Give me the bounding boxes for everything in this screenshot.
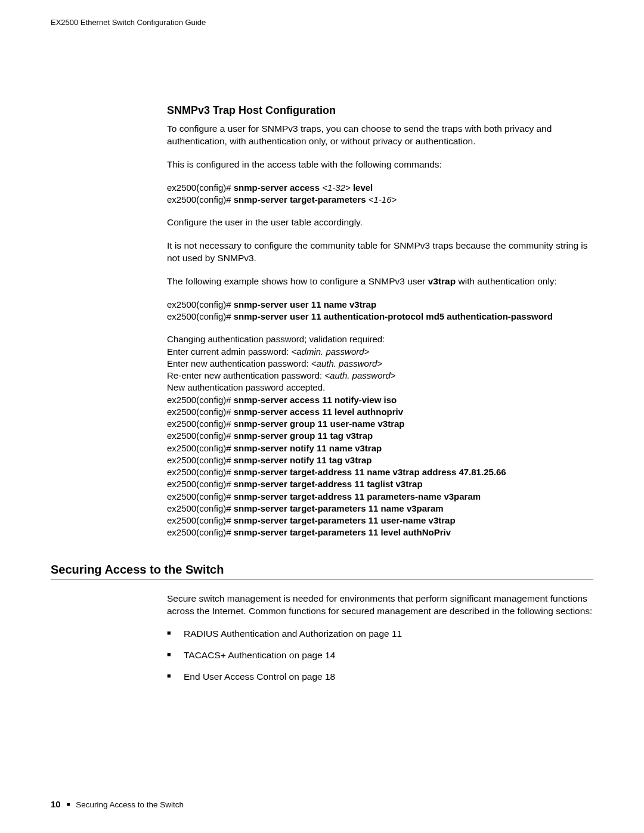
section-body: Secure switch management is needed for e…	[167, 593, 593, 682]
prompt: ex2500(config)#	[167, 491, 234, 501]
command-text: snmp-server group 11 user-name v3trap	[234, 419, 405, 429]
prompt: ex2500(config)#	[167, 455, 234, 465]
command-text: snmp-server target-address 11 taglist v3…	[234, 479, 423, 489]
command-arg: <1-32>	[322, 182, 351, 193]
command-text: snmp-server target-address 11 name v3tra…	[234, 467, 506, 477]
section-heading-rule: Securing Access to the Switch	[51, 563, 593, 580]
text-run: Enter new authentication password:	[167, 358, 311, 368]
terminal-output: Changing authentication password; valida…	[167, 333, 593, 538]
prompt: ex2500(config)#	[167, 182, 234, 193]
prompt: ex2500(config)#	[167, 443, 234, 453]
command-line: ex2500(config)# snmp-server user 11 auth…	[167, 311, 593, 323]
command-text: snmp-server target-parameters 11 user-na…	[234, 515, 456, 525]
text-run-bold: v3trap	[428, 276, 456, 286]
command-block: ex2500(config)# snmp-server access <1-32…	[167, 182, 593, 206]
prompt: ex2500(config)#	[167, 194, 234, 205]
text-ital: <auth. password>	[311, 358, 382, 368]
list-item: End User Access Control on page 18	[167, 671, 593, 682]
paragraph: Secure switch management is needed for e…	[167, 593, 593, 618]
paragraph: To configure a user for SNMPv3 traps, yo…	[167, 123, 593, 148]
command-text: snmp-server access 11 notify-view iso	[234, 395, 397, 405]
output-line: Re-enter new authentication password: <a…	[167, 370, 593, 382]
command-text: snmp-server notify 11 tag v3trap	[234, 455, 372, 465]
command-line: ex2500(config)# snmp-server target-addre…	[167, 478, 593, 490]
prompt: ex2500(config)#	[167, 311, 234, 321]
prompt: ex2500(config)#	[167, 515, 234, 525]
command-text: snmp-server target-address 11 parameters…	[234, 491, 481, 501]
command-line: ex2500(config)# snmp-server target-addre…	[167, 466, 593, 478]
command-line: ex2500(config)# snmp-server notify 11 ta…	[167, 454, 593, 466]
page: EX2500 Ethernet Switch Configuration Gui…	[0, 0, 644, 833]
command-line: ex2500(config)# snmp-server access <1-32…	[167, 182, 593, 194]
command-arg: <1-16>	[369, 194, 397, 205]
page-footer: 10 ■ Securing Access to the Switch	[51, 799, 184, 809]
footer-section-title: Securing Access to the Switch	[76, 800, 184, 809]
command-line: ex2500(config)# snmp-server group 11 tag…	[167, 430, 593, 442]
heading-securing-access: Securing Access to the Switch	[51, 563, 593, 577]
prompt: ex2500(config)#	[167, 527, 234, 537]
paragraph: This is configured in the access table w…	[167, 159, 593, 171]
text-ital: <admin. password>	[291, 346, 369, 357]
command-text: snmp-server group 11 tag v3trap	[234, 431, 373, 441]
command-text: snmp-server access 11 level authnopriv	[234, 407, 403, 417]
command-line: ex2500(config)# snmp-server target-param…	[167, 503, 593, 515]
command-line: ex2500(config)# snmp-server group 11 use…	[167, 418, 593, 430]
list-item: RADIUS Authentication and Authorization …	[167, 628, 593, 639]
command-text: snmp-server user 11 name v3trap	[234, 299, 376, 309]
command-block: ex2500(config)# snmp-server user 11 name…	[167, 299, 593, 323]
prompt: ex2500(config)#	[167, 299, 234, 309]
prompt: ex2500(config)#	[167, 479, 234, 489]
command-line: ex2500(config)# snmp-server notify 11 na…	[167, 442, 593, 454]
text-run: with authentication only:	[456, 276, 557, 286]
text-ital: <auth. password>	[324, 370, 395, 380]
paragraph: Configure the user in the user table acc…	[167, 216, 593, 229]
page-number: 10	[51, 799, 61, 809]
bullet-icon: ■	[66, 801, 70, 807]
prompt: ex2500(config)#	[167, 431, 234, 441]
command-line: ex2500(config)# snmp-server target-param…	[167, 194, 593, 206]
prompt: ex2500(config)#	[167, 419, 234, 429]
paragraph: The following example shows how to confi…	[167, 275, 593, 288]
output-line: Enter current admin password: <admin. pa…	[167, 346, 593, 358]
command-text: snmp-server target-parameters 11 level a…	[234, 527, 451, 537]
command-line: ex2500(config)# snmp-server target-addre…	[167, 491, 593, 503]
command-line: ex2500(config)# snmp-server access 11 le…	[167, 406, 593, 418]
heading-snmpv3-trap-host: SNMPv3 Trap Host Configuration	[167, 104, 593, 117]
prompt: ex2500(config)#	[167, 407, 234, 417]
command-line: ex2500(config)# snmp-server target-param…	[167, 527, 593, 538]
prompt: ex2500(config)#	[167, 503, 234, 513]
output-line: Changing authentication password; valida…	[167, 333, 593, 345]
main-content: SNMPv3 Trap Host Configuration To config…	[167, 104, 593, 539]
list-item: TACACS+ Authentication on page 14	[167, 650, 593, 661]
output-line: Enter new authentication password: <auth…	[167, 358, 593, 370]
text-run: The following example shows how to confi…	[167, 276, 428, 286]
text-run: Enter current admin password:	[167, 346, 291, 357]
output-line: New authentication password accepted.	[167, 382, 593, 394]
command-text: snmp-server target-parameters 11 name v3…	[234, 503, 444, 513]
command-text: snmp-server notify 11 name v3trap	[234, 443, 382, 453]
paragraph: It is not necessary to configure the com…	[167, 240, 593, 265]
command-line: ex2500(config)# snmp-server access 11 no…	[167, 394, 593, 406]
command-line: ex2500(config)# snmp-server target-param…	[167, 515, 593, 527]
command-text: snmp-server user 11 authentication-proto…	[234, 311, 553, 321]
command-text: level	[351, 182, 373, 193]
prompt: ex2500(config)#	[167, 395, 234, 405]
bullet-list: RADIUS Authentication and Authorization …	[167, 628, 593, 682]
command-line: ex2500(config)# snmp-server user 11 name…	[167, 299, 593, 311]
prompt: ex2500(config)#	[167, 467, 234, 477]
text-run: Re-enter new authentication password:	[167, 370, 324, 380]
command-text: snmp-server access	[234, 182, 322, 193]
command-text: snmp-server target-parameters	[234, 194, 369, 205]
running-header: EX2500 Ethernet Switch Configuration Gui…	[51, 18, 593, 27]
